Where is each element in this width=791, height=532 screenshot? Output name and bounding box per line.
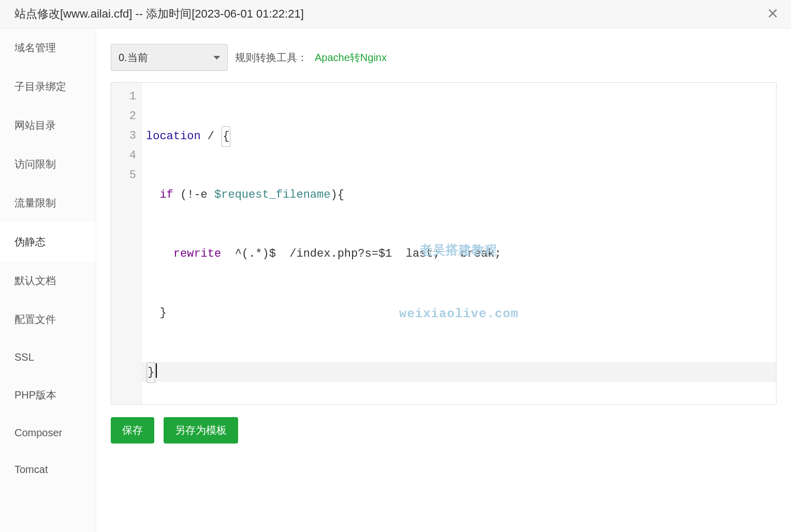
modal-title: 站点修改[www.ailai.cfd] -- 添加时间[2023-06-01 0…	[14, 6, 304, 22]
toolbar: 0.当前 规则转换工具： Apache转Nginx	[111, 44, 777, 71]
line-number: 1	[111, 87, 136, 107]
tok-cond-open: (!-e	[173, 188, 214, 201]
modal-body: 域名管理 子目录绑定 网站目录 访问限制 流量限制 伪静态 默认文档 配置文件 …	[0, 28, 791, 532]
brace-open-icon: {	[222, 126, 230, 147]
tok-slash: /	[208, 130, 214, 143]
tok-rest: ^(.*)$ /index.php?s=$1 last; break;	[221, 247, 501, 260]
sidebar-item-webdir[interactable]: 网站目录	[0, 106, 96, 145]
line-number: 2	[111, 107, 136, 126]
code-line: location / {	[146, 126, 772, 146]
convert-label: 规则转换工具：	[235, 51, 307, 65]
modal-header: 站点修改[www.ailai.cfd] -- 添加时间[2023-06-01 0…	[0, 0, 791, 28]
text-cursor-icon	[156, 363, 157, 378]
sidebar-item-access[interactable]: 访问限制	[0, 145, 96, 184]
sidebar-item-php[interactable]: PHP版本	[0, 376, 96, 415]
tok-rewrite: rewrite	[173, 247, 221, 260]
tok-cond-close: ){	[330, 188, 344, 201]
code-line-active: }	[142, 362, 776, 382]
apache-to-nginx-link[interactable]: Apache转Nginx	[315, 51, 387, 65]
sidebar: 域名管理 子目录绑定 网站目录 访问限制 流量限制 伪静态 默认文档 配置文件 …	[0, 28, 96, 532]
code-line: rewrite ^(.*)$ /index.php?s=$1 last; bre…	[146, 244, 772, 264]
sidebar-item-traffic[interactable]: 流量限制	[0, 184, 96, 223]
code-editor[interactable]: 1 2 3 4 5 location / { if (!-e $request_…	[111, 82, 777, 405]
sidebar-item-composer[interactable]: Composer	[0, 415, 96, 451]
sidebar-item-rewrite[interactable]: 伪静态	[0, 223, 96, 261]
gutter: 1 2 3 4 5	[111, 83, 142, 404]
code-line: }	[146, 303, 772, 323]
code-line: if (!-e $request_filename){	[146, 185, 772, 205]
line-number: 3	[111, 126, 136, 146]
sidebar-item-config[interactable]: 配置文件	[0, 300, 96, 339]
tok-location: location	[146, 130, 201, 143]
sidebar-item-ssl[interactable]: SSL	[0, 339, 96, 376]
sidebar-item-subdir[interactable]: 子目录绑定	[0, 67, 96, 106]
brace-close-inner: }	[159, 306, 166, 319]
sidebar-item-tomcat[interactable]: Tomcat	[0, 451, 96, 488]
line-number: 4	[111, 146, 136, 166]
brace-close-icon: }	[147, 362, 155, 383]
line-number: 5	[111, 166, 136, 185]
content: 0.当前 规则转换工具： Apache转Nginx 1 2 3 4 5 loca…	[96, 28, 791, 532]
tok-var: $request_filename	[214, 188, 330, 201]
code-area[interactable]: location / { if (!-e $request_filename){…	[142, 83, 776, 404]
sidebar-item-domain[interactable]: 域名管理	[0, 28, 96, 67]
watermark: 老吴搭建教程 weixiaolive.com	[399, 202, 519, 363]
template-select[interactable]: 0.当前	[111, 44, 228, 71]
tok-if: if	[159, 188, 173, 201]
sidebar-item-default-doc[interactable]: 默认文档	[0, 261, 96, 300]
close-icon[interactable]: ✕	[765, 7, 781, 21]
